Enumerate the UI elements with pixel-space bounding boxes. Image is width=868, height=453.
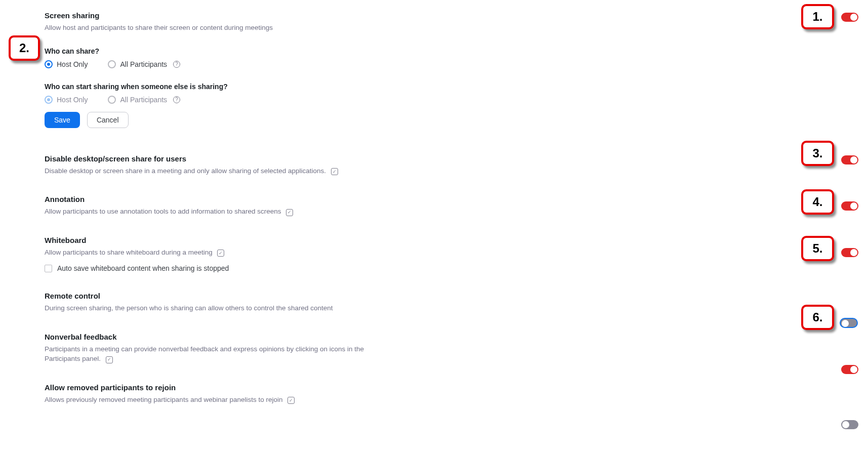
help-icon[interactable]: ? bbox=[173, 61, 180, 68]
setting-desc: Allows previously removed meeting partic… bbox=[45, 395, 379, 405]
who-can-start-share-label: Who can start sharing when someone else … bbox=[45, 83, 379, 91]
radio-selected-dim-icon bbox=[45, 96, 53, 104]
checkbox-unchecked-icon bbox=[45, 265, 52, 272]
setting-desc: Allow participants to share whiteboard d… bbox=[45, 248, 379, 258]
toggle-whiteboard[interactable] bbox=[841, 248, 858, 257]
setting-title: Whiteboard bbox=[45, 236, 379, 244]
who-can-share-label: Who can share? bbox=[45, 47, 379, 55]
annotation-box-1: 1. bbox=[801, 4, 834, 29]
desc-text: Disable desktop or screen share in a mee… bbox=[45, 167, 326, 175]
setting-desc: Allow participants to use annotation too… bbox=[45, 207, 379, 217]
toggle-rejoin[interactable] bbox=[841, 420, 858, 429]
modified-reset-icon[interactable]: ✓ bbox=[286, 209, 293, 216]
desc-text: Allows previously removed meeting partic… bbox=[45, 396, 283, 403]
help-icon[interactable]: ? bbox=[173, 96, 180, 103]
setting-annotation: Annotation Allow participants to use ann… bbox=[45, 195, 379, 217]
radio-label: All Participants bbox=[120, 96, 167, 104]
radio-all-participants[interactable]: All Participants ? bbox=[108, 60, 180, 68]
setting-desc: Participants in a meeting can provide no… bbox=[45, 344, 379, 364]
setting-desc: During screen sharing, the person who is… bbox=[45, 303, 379, 313]
desc-text: Allow participants to share whiteboard d… bbox=[45, 249, 213, 256]
setting-title: Annotation bbox=[45, 195, 379, 203]
setting-nonverbal: Nonverbal feedback Participants in a mee… bbox=[45, 333, 379, 364]
button-row: Save Cancel bbox=[45, 112, 379, 128]
annotation-box-6: 6. bbox=[801, 305, 834, 330]
who-can-start-share-options: Host Only All Participants ? bbox=[45, 96, 379, 104]
radio-label: All Participants bbox=[120, 60, 167, 68]
radio-label: Host Only bbox=[57, 60, 88, 68]
whiteboard-autosave-checkbox[interactable]: Auto save whiteboard content when sharin… bbox=[45, 264, 379, 272]
modified-reset-icon[interactable]: ✓ bbox=[106, 356, 113, 363]
setting-title: Remote control bbox=[45, 292, 379, 300]
modified-reset-icon[interactable]: ✓ bbox=[331, 168, 338, 175]
radio-host-only-2[interactable]: Host Only bbox=[45, 96, 88, 104]
radio-label: Host Only bbox=[57, 96, 88, 104]
save-button[interactable]: Save bbox=[45, 112, 80, 128]
setting-title: Nonverbal feedback bbox=[45, 333, 379, 341]
setting-rejoin: Allow removed participants to rejoin All… bbox=[45, 383, 379, 405]
setting-whiteboard: Whiteboard Allow participants to share w… bbox=[45, 236, 379, 273]
toggle-screen-sharing[interactable] bbox=[841, 13, 858, 22]
annotation-box-4: 4. bbox=[801, 189, 834, 215]
setting-desc: Allow host and participants to share the… bbox=[45, 23, 379, 33]
setting-remote-control: Remote control During screen sharing, th… bbox=[45, 292, 379, 313]
checkbox-label: Auto save whiteboard content when sharin… bbox=[57, 264, 229, 272]
who-can-share-options: Host Only All Participants ? bbox=[45, 60, 379, 68]
setting-desc: Disable desktop or screen share in a mee… bbox=[45, 166, 379, 176]
setting-title: Disable desktop/screen share for users bbox=[45, 154, 379, 163]
modified-reset-icon[interactable]: ✓ bbox=[287, 397, 295, 404]
annotation-box-3: 3. bbox=[801, 141, 834, 166]
toggle-nonverbal[interactable] bbox=[841, 365, 858, 374]
desc-text: Participants in a meeting can provide no… bbox=[45, 345, 364, 363]
annotation-box-5: 5. bbox=[801, 236, 834, 261]
modified-reset-icon[interactable]: ✓ bbox=[217, 250, 224, 257]
toggle-annotation[interactable] bbox=[841, 201, 858, 211]
setting-disable-desktop: Disable desktop/screen share for users D… bbox=[45, 154, 379, 176]
annotation-box-2: 2. bbox=[9, 35, 40, 61]
radio-host-only[interactable]: Host Only bbox=[45, 60, 88, 68]
toggle-disable-desktop[interactable] bbox=[841, 155, 858, 164]
radio-unselected-icon bbox=[108, 60, 116, 68]
setting-title: Allow removed participants to rejoin bbox=[45, 383, 379, 392]
radio-all-participants-2[interactable]: All Participants ? bbox=[108, 96, 180, 104]
radio-selected-icon bbox=[45, 60, 53, 68]
setting-title: Screen sharing bbox=[45, 11, 379, 20]
setting-screen-sharing: Screen sharing Allow host and participan… bbox=[45, 11, 379, 128]
toggle-remote-control[interactable] bbox=[840, 318, 857, 327]
cancel-button[interactable]: Cancel bbox=[87, 112, 129, 128]
radio-unselected-icon bbox=[108, 96, 116, 104]
desc-text: Allow participants to use annotation too… bbox=[45, 208, 281, 215]
